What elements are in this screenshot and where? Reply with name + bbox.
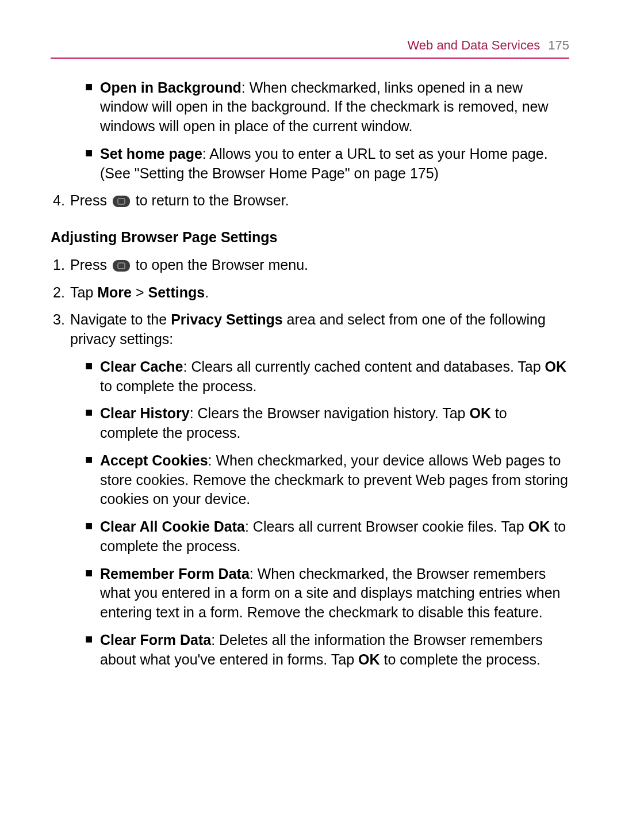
- bullet-content: Clear History: Clears the Browser naviga…: [100, 404, 569, 443]
- list-item: ■ Accept Cookies: When checkmarked, your…: [85, 451, 569, 509]
- step-number: 3.: [53, 310, 70, 349]
- list-item: ■ Open in Background: When checkmarked, …: [85, 78, 569, 136]
- step-content: Press to return to the Browser.: [70, 191, 569, 211]
- list-item: ■ Set home page: Allows you to enter a U…: [85, 144, 569, 184]
- bullet-content: Open in Background: When checkmarked, li…: [100, 78, 569, 136]
- step-content: Press to open the Browser menu.: [70, 255, 569, 275]
- bullet-marker: ■: [85, 404, 100, 443]
- bullet-content: Set home page: Allows you to enter a URL…: [100, 144, 569, 184]
- bullet-marker: ■: [85, 564, 100, 623]
- bullet-content: Clear All Cookie Data: Clears all curren…: [100, 517, 569, 556]
- bullet-marker: ■: [85, 78, 100, 136]
- bullet-content: Clear Form Data: Deletes all the informa…: [100, 631, 569, 670]
- bullet-marker: ■: [85, 144, 100, 184]
- step-item: 1. Press to open the Browser menu.: [53, 255, 569, 275]
- step-item: 4. Press to return to the Browser.: [53, 191, 569, 211]
- back-key-icon: [113, 196, 130, 207]
- bullet-content: Clear Cache: Clears all currently cached…: [100, 357, 569, 396]
- list-item: ■ Clear Form Data: Deletes all the infor…: [85, 631, 569, 670]
- manual-page: Web and Data Services 175 ■ Open in Back…: [0, 0, 621, 712]
- header-rule: [51, 58, 569, 59]
- step-content: Tap More > Settings.: [70, 283, 569, 303]
- bullet-marker: ■: [85, 517, 100, 556]
- list-item: ■ Clear All Cookie Data: Clears all curr…: [85, 517, 569, 556]
- step-content: Navigate to the Privacy Settings area an…: [70, 310, 569, 349]
- step-item: 3. Navigate to the Privacy Settings area…: [53, 310, 569, 349]
- list-item: ■ Clear Cache: Clears all currently cach…: [85, 357, 569, 396]
- list-item: ■ Remember Form Data: When checkmarked, …: [85, 564, 569, 623]
- page-number: 175: [548, 38, 569, 52]
- section-title: Web and Data Services: [407, 38, 540, 52]
- bullet-marker: ■: [85, 631, 100, 670]
- bullet-marker: ■: [85, 357, 100, 396]
- step-number: 2.: [53, 283, 70, 303]
- bullet-marker: ■: [85, 451, 100, 509]
- step-item: 2. Tap More > Settings.: [53, 283, 569, 303]
- menu-key-icon: [113, 260, 130, 272]
- bullet-content: Accept Cookies: When checkmarked, your d…: [100, 451, 569, 509]
- section-heading: Adjusting Browser Page Settings: [51, 228, 569, 247]
- step-number: 1.: [53, 255, 70, 275]
- bullet-content: Remember Form Data: When checkmarked, th…: [100, 564, 569, 623]
- page-header: Web and Data Services 175: [51, 37, 569, 58]
- list-item: ■ Clear History: Clears the Browser navi…: [85, 404, 569, 443]
- step-number: 4.: [53, 191, 70, 211]
